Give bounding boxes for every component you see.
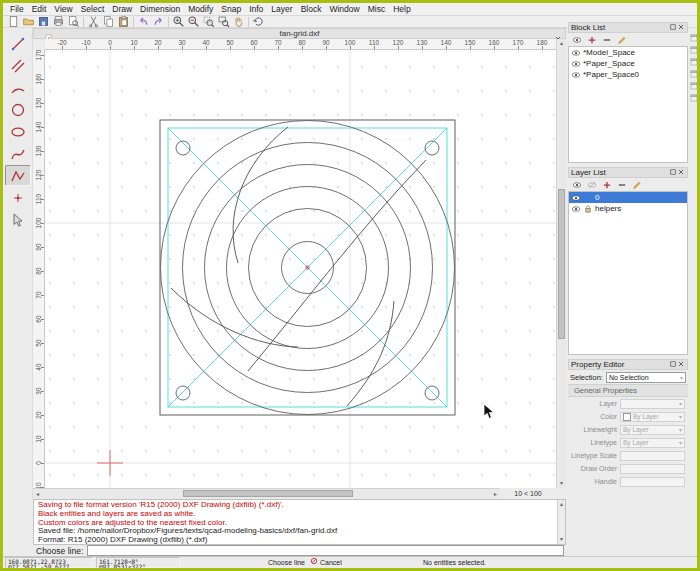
parallel-tool-button[interactable] <box>5 55 31 76</box>
horizontal-scroll-thumb[interactable] <box>183 490 353 497</box>
save-file-button[interactable] <box>36 16 51 28</box>
zoom-window-button[interactable] <box>216 16 231 28</box>
zoom-auto-button[interactable] <box>201 16 216 28</box>
mounting-hole[interactable] <box>425 386 439 400</box>
property-editor-title: Property Editor <box>571 360 669 369</box>
menu-modify[interactable]: Modify <box>184 4 217 14</box>
new-file-button[interactable] <box>6 16 21 28</box>
history-scrollbar[interactable]: ▴ ▾ <box>557 500 565 544</box>
float-panel-icon[interactable] <box>669 360 677 370</box>
zoom-out-button[interactable] <box>186 16 201 28</box>
menu-layer[interactable]: Layer <box>267 4 296 14</box>
panel-toggle-button[interactable] <box>689 93 698 103</box>
ellipse-tool-button[interactable] <box>5 121 31 142</box>
cancel-button[interactable]: Cancel <box>310 557 342 568</box>
menu-file[interactable]: File <box>6 4 28 14</box>
rel-polar-coordinate: @97.8531<322° <box>99 564 177 569</box>
minus-button[interactable] <box>600 34 613 45</box>
regen-button[interactable] <box>251 16 266 28</box>
history-scroll-down-icon[interactable]: ▾ <box>557 535 566 544</box>
property-linetype-scale-field[interactable] <box>620 451 685 461</box>
menu-select[interactable]: Select <box>77 4 109 14</box>
property-lineweight-field[interactable]: By Layer▾ <box>620 425 685 435</box>
block-list-item[interactable]: *Paper_Space <box>569 58 687 69</box>
panel-toggle-button[interactable] <box>689 81 698 91</box>
point-tool-button[interactable] <box>5 187 31 208</box>
pencil-button[interactable] <box>615 34 628 45</box>
chevron-down-icon: ▾ <box>679 400 682 407</box>
property-color-field[interactable]: By Layer▾ <box>620 412 685 422</box>
general-properties-header: General Properties <box>568 384 688 397</box>
close-panel-icon[interactable] <box>677 360 685 370</box>
eye-button[interactable] <box>570 34 583 45</box>
plus-button[interactable] <box>585 34 598 45</box>
drawing-canvas[interactable] <box>45 50 556 488</box>
float-panel-icon[interactable] <box>669 168 677 178</box>
toolbar-separator <box>83 17 84 27</box>
block-list-item[interactable]: *Paper_Space0 <box>569 69 687 80</box>
layer-list-item[interactable]: 0 <box>569 192 687 203</box>
close-panel-icon[interactable] <box>677 168 685 178</box>
panel-toggle-button[interactable] <box>689 57 698 67</box>
line-tool-icon <box>10 36 26 52</box>
property-draw-order-field[interactable] <box>620 464 685 474</box>
blade-curve[interactable] <box>233 127 288 263</box>
line-tool-button[interactable] <box>5 33 31 54</box>
scroll-left-icon[interactable]: ◂ <box>33 490 42 499</box>
panel-toggle-button[interactable] <box>689 33 698 43</box>
scroll-down-icon[interactable]: ▾ <box>557 479 566 488</box>
menu-window[interactable]: Window <box>325 4 363 14</box>
arc-tool-button[interactable] <box>5 77 31 98</box>
polyline-tool-button[interactable] <box>5 165 31 186</box>
mounting-hole[interactable] <box>176 386 190 400</box>
scroll-up-icon[interactable]: ▴ <box>557 39 566 48</box>
open-file-button[interactable] <box>21 16 36 28</box>
undo-button[interactable] <box>136 16 151 28</box>
pan-button[interactable] <box>231 16 246 28</box>
blade-curve[interactable] <box>171 288 298 347</box>
float-panel-icon[interactable] <box>669 23 677 33</box>
scroll-right-icon[interactable]: ▸ <box>491 490 500 499</box>
eye-off-button[interactable] <box>585 179 598 190</box>
menu-info[interactable]: Info <box>245 4 267 14</box>
circle-tool-button[interactable] <box>5 99 31 120</box>
print-button[interactable] <box>51 16 66 28</box>
menu-view[interactable]: View <box>50 4 76 14</box>
blade-curve[interactable] <box>347 301 394 406</box>
redo-button[interactable] <box>151 16 166 28</box>
panel-toggle-button[interactable] <box>689 45 698 55</box>
property-layer-field[interactable]: ▾ <box>620 399 685 409</box>
minus-button[interactable] <box>615 179 628 190</box>
menu-edit[interactable]: Edit <box>28 4 51 14</box>
property-linetype-field[interactable]: By Layer▾ <box>620 438 685 448</box>
zoom-in-button[interactable] <box>171 16 186 28</box>
pencil-button[interactable] <box>630 179 643 190</box>
property-handle-field[interactable] <box>620 477 685 487</box>
panel-toggle-button[interactable] <box>689 69 698 79</box>
menu-draw[interactable]: Draw <box>108 4 136 14</box>
vertical-scrollbar[interactable]: ▴ ▾ <box>556 39 566 488</box>
paste-button[interactable] <box>116 16 131 28</box>
copy-button[interactable] <box>101 16 116 28</box>
menu-help[interactable]: Help <box>389 4 414 14</box>
menu-dimension[interactable]: Dimension <box>136 4 184 14</box>
close-panel-icon[interactable] <box>677 23 685 33</box>
block-list-item[interactable]: *Model_Space <box>569 47 687 58</box>
history-scroll-up-icon[interactable]: ▴ <box>557 500 566 509</box>
command-input[interactable] <box>87 545 564 556</box>
plus-button[interactable] <box>600 179 613 190</box>
menu-misc[interactable]: Misc <box>364 4 389 14</box>
center-point[interactable] <box>305 265 309 269</box>
vertical-scroll-thumb[interactable] <box>558 189 565 339</box>
horizontal-scrollbar[interactable]: ◂ ▸ <box>33 488 500 499</box>
spline-tool-button[interactable] <box>5 143 31 164</box>
modify-tool-button[interactable] <box>5 209 31 230</box>
menu-snap[interactable]: Snap <box>217 4 245 14</box>
property-editor-title-bar: Property Editor <box>568 359 688 370</box>
layer-list-item[interactable]: helpers <box>569 203 687 214</box>
menu-block[interactable]: Block <box>297 4 326 14</box>
selection-combo[interactable]: No Selection ▾ <box>606 372 686 383</box>
print-preview-button[interactable] <box>66 16 81 28</box>
cut-button[interactable] <box>86 16 101 28</box>
eye-button[interactable] <box>570 179 583 190</box>
